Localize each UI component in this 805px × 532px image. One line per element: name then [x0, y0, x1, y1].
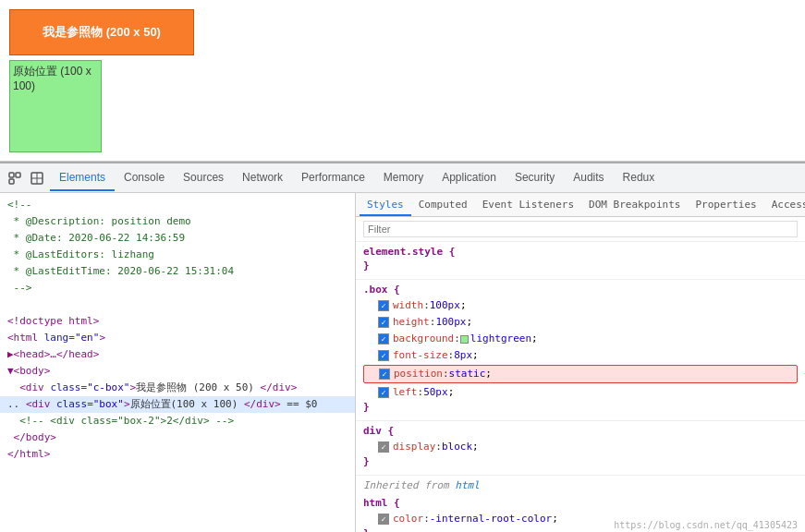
css-prop: position [394, 367, 443, 381]
origin-box: 原始位置 (100 x 100) [9, 60, 102, 152]
html-line: ▶<head>…</head> [0, 346, 355, 363]
css-rule-height: height: 100px; [363, 314, 798, 331]
tab-elements[interactable]: Elements [50, 165, 115, 191]
sub-tab-accessibility[interactable]: Accessibility [764, 195, 805, 216]
css-rule-width: width: 100px; [363, 297, 798, 314]
devtools-panel: Elements Console Sources Network Perform… [0, 162, 805, 532]
tab-security[interactable]: Security [506, 165, 564, 191]
html-line: </html> [0, 446, 355, 463]
tab-audits[interactable]: Audits [564, 165, 613, 191]
html-line [0, 296, 355, 313]
css-selector-close: } [363, 260, 798, 272]
css-val: 50px [423, 385, 448, 400]
css-rule-font-size: font-size: 8px; [363, 347, 798, 364]
rule-checkbox[interactable] [378, 350, 389, 361]
css-prop: height [393, 315, 430, 330]
cursor-icon[interactable] [6, 169, 24, 187]
css-rule-position: position: static; ➜ 现在设置成为 static，效果与之前一… [363, 365, 798, 383]
css-selector-close: } [363, 455, 798, 467]
box-class-section: .box { width: 100px; height: 100px; back… [356, 280, 805, 421]
rule-checkbox[interactable] [378, 333, 389, 345]
sub-tab-event-listeners[interactable]: Event Listeners [475, 195, 581, 216]
css-prop: font-size [393, 348, 448, 363]
tab-console[interactable]: Console [115, 165, 174, 191]
css-selector-close: } [363, 401, 798, 413]
html-line: ▼<body> [0, 363, 355, 380]
html-line: <!-- [0, 197, 355, 213]
ref-box: 我是参照物 (200 x 50) [9, 9, 194, 55]
css-prop: display [393, 440, 435, 454]
html-panel[interactable]: <!-- * @Description: position demo * @Da… [0, 193, 356, 532]
css-prop: background [393, 332, 454, 346]
html-line: <div class="c-box">我是参照物 (200 x 50) </di… [0, 380, 355, 396]
tab-memory[interactable]: Memory [374, 165, 433, 191]
svg-rect-2 [9, 179, 14, 184]
element-style-section: element.style { } [356, 242, 805, 280]
tab-network[interactable]: Network [233, 165, 292, 191]
devtools-content: <!-- * @Description: position demo * @Da… [0, 193, 805, 532]
css-selector: element.style { [363, 246, 798, 258]
styles-panel: Styles Computed Event Listeners DOM Brea… [356, 193, 805, 532]
html-line-selected[interactable]: .. <div class="box">原始位置(100 x 100) </di… [0, 396, 355, 413]
html-line: * @Description: position demo [0, 213, 355, 230]
css-prop: left [393, 385, 418, 400]
css-rule-display: display: block; [363, 439, 798, 455]
svg-rect-0 [9, 173, 14, 177]
css-val: 100px [435, 315, 466, 330]
css-val: lightgreen [470, 332, 531, 346]
rule-checkbox[interactable] [378, 387, 389, 398]
css-val: block [442, 440, 472, 454]
tab-application[interactable]: Application [433, 165, 506, 191]
rule-checkbox[interactable] [378, 317, 389, 328]
html-line: * @LastEditors: lizhang [0, 247, 355, 263]
svg-rect-1 [16, 173, 20, 177]
tab-sources[interactable]: Sources [174, 165, 233, 191]
watermark: https://blog.csdn.net/qq_41305423 [614, 520, 798, 530]
inherited-label: Inherited from html [356, 476, 805, 493]
html-line: * @LastEditTime: 2020-06-22 15:31:04 [0, 263, 355, 280]
css-rule-left: left: 50px; [363, 384, 798, 401]
html-css-selector: html { [363, 497, 798, 509]
devtools-toolbar: Elements Console Sources Network Perform… [0, 163, 805, 193]
inspect-icon[interactable] [28, 169, 46, 187]
sub-tab-computed[interactable]: Computed [411, 195, 475, 216]
sub-tab-properties[interactable]: Properties [688, 195, 763, 216]
ref-box-label: 我是参照物 (200 x 50) [43, 24, 161, 41]
div-rule-section: div { display: block; } [356, 421, 805, 476]
sub-tab-styles[interactable]: Styles [360, 195, 411, 216]
inherited-from: html [455, 479, 480, 491]
css-val: 100px [430, 298, 460, 313]
filter-bar [356, 217, 805, 242]
css-val: 8px [454, 348, 472, 363]
sub-tab-dom-breakpoints[interactable]: DOM Breakpoints [581, 195, 688, 216]
css-val: -internal-root-color [430, 512, 552, 526]
html-line: * @Date: 2020-06-22 14:36:59 [0, 230, 355, 247]
html-line: </body> [0, 429, 355, 446]
box-css-selector: .box { [363, 284, 798, 296]
div-css-selector: div { [363, 425, 798, 437]
tab-performance[interactable]: Performance [292, 165, 374, 191]
sub-tabs: Styles Computed Event Listeners DOM Brea… [356, 193, 805, 217]
css-rule-background: background: lightgreen; [363, 331, 798, 347]
origin-box-label: 原始位置 (100 x 100) [13, 64, 98, 92]
tab-redux[interactable]: Redux [614, 165, 665, 191]
css-prop: width [393, 298, 423, 313]
css-val: static [449, 367, 486, 381]
rule-checkbox[interactable] [379, 369, 390, 380]
preview-area: 我是参照物 (200 x 50) 原始位置 (100 x 100) [0, 0, 805, 162]
filter-input[interactable] [363, 221, 798, 237]
rule-checkbox[interactable] [378, 514, 389, 525]
rule-checkbox[interactable] [378, 441, 389, 453]
html-line: --> [0, 280, 355, 296]
html-line: <html lang="en"> [0, 330, 355, 346]
css-prop: color [393, 512, 423, 526]
color-swatch [460, 335, 469, 344]
html-line: <!-- <div class="box-2">2</div> --> [0, 413, 355, 429]
rule-checkbox[interactable] [378, 300, 389, 311]
html-line: <!doctype html> [0, 313, 355, 330]
